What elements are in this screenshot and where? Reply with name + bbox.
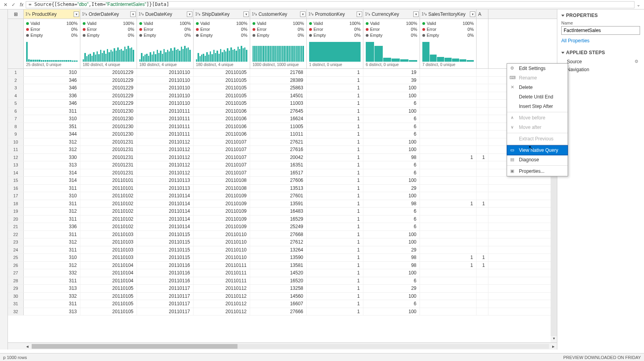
cell[interactable]: 20110115 xyxy=(137,254,194,261)
cell[interactable]: 13264 xyxy=(250,246,307,254)
cell[interactable]: 20110111 xyxy=(137,115,194,123)
cell[interactable]: 11005 xyxy=(250,123,307,130)
table-row[interactable]: 203112011010220110114201101091652916 xyxy=(8,215,557,223)
cell[interactable]: 20101229 xyxy=(80,69,137,76)
cell[interactable]: 1 xyxy=(307,215,363,223)
cell[interactable] xyxy=(420,77,477,84)
cell[interactable] xyxy=(477,231,488,238)
cell[interactable]: 1 xyxy=(477,154,488,161)
column-filter-icon[interactable]: ▾ xyxy=(130,11,136,17)
cell[interactable]: 20101229 xyxy=(80,100,137,107)
row-number[interactable]: 12 xyxy=(8,154,24,161)
table-row[interactable]: 123302010123120110112201101072004219811 xyxy=(8,154,557,162)
cell[interactable]: 20110114 xyxy=(137,223,194,231)
cell[interactable]: 20101231 xyxy=(80,138,137,146)
cell[interactable]: 1 xyxy=(307,277,363,285)
cell[interactable] xyxy=(477,293,488,300)
applied-step[interactable]: ✕Navigation xyxy=(561,66,640,74)
cell[interactable]: 312 xyxy=(24,238,80,246)
cell[interactable]: 330 xyxy=(24,154,80,161)
column-header-duedatekey[interactable]: 1²₃DueDateKey▾ xyxy=(137,9,194,19)
cell[interactable]: 98 xyxy=(363,262,420,269)
cell[interactable]: 1 xyxy=(307,69,363,76)
cell[interactable]: 20110116 xyxy=(137,277,194,285)
cell[interactable]: 20110104 xyxy=(80,269,137,277)
cell[interactable] xyxy=(477,92,488,100)
cell[interactable]: 311 xyxy=(24,215,80,223)
cell[interactable]: 20110111 xyxy=(137,123,194,130)
cell[interactable]: 20110105 xyxy=(80,293,137,300)
cell[interactable]: 20110117 xyxy=(137,308,194,316)
cell[interactable]: 344 xyxy=(24,130,80,138)
cell[interactable]: 20101230 xyxy=(80,108,137,115)
cell[interactable]: 16520 xyxy=(250,277,307,285)
cell[interactable]: 6 xyxy=(363,208,420,215)
cell[interactable]: 13581 xyxy=(250,262,307,269)
cell[interactable]: 20110103 xyxy=(80,231,137,238)
cell[interactable] xyxy=(477,177,488,184)
cell[interactable]: 1 xyxy=(307,138,363,146)
cell[interactable]: 20101231 xyxy=(80,161,137,169)
cell[interactable]: 1 xyxy=(307,100,363,107)
cell[interactable]: 311 xyxy=(24,277,80,285)
cell[interactable]: 20110109 xyxy=(194,200,250,208)
cell[interactable]: 20110102 xyxy=(80,192,137,200)
cell[interactable]: 1 xyxy=(307,269,363,277)
cell[interactable]: 20110105 xyxy=(194,69,250,76)
cell[interactable]: 27645 xyxy=(250,108,307,115)
cell[interactable]: 20110112 xyxy=(194,308,250,316)
cell[interactable]: 346 xyxy=(24,84,80,92)
cell[interactable]: 1 xyxy=(307,308,363,316)
cell[interactable] xyxy=(477,223,488,231)
cell[interactable] xyxy=(477,208,488,215)
cell[interactable] xyxy=(477,146,488,153)
cell[interactable]: 20110103 xyxy=(80,254,137,261)
cell[interactable]: 20110107 xyxy=(194,169,250,177)
row-number[interactable]: 31 xyxy=(8,300,24,308)
cell[interactable]: 1 xyxy=(307,130,363,138)
cell[interactable]: 20110102 xyxy=(80,223,137,231)
cell[interactable]: 27666 xyxy=(250,308,307,316)
cell[interactable]: 6 xyxy=(363,223,420,231)
column-filter-icon[interactable]: ▾ xyxy=(413,11,419,17)
cell[interactable]: 1 xyxy=(307,192,363,200)
cell[interactable] xyxy=(420,69,477,76)
cell[interactable]: 20110112 xyxy=(137,146,194,153)
cell[interactable] xyxy=(477,300,488,308)
cell[interactable]: 1 xyxy=(307,262,363,269)
cell[interactable] xyxy=(477,161,488,169)
cell[interactable]: 20110105 xyxy=(194,84,250,92)
cell[interactable] xyxy=(420,308,477,316)
cell[interactable]: 20110101 xyxy=(80,185,137,192)
row-number[interactable]: 4 xyxy=(8,92,24,100)
table-row[interactable]: 6311201012302011011120110106276451100 xyxy=(8,108,557,115)
cell[interactable]: 20110104 xyxy=(80,262,137,269)
cell[interactable]: 332 xyxy=(24,293,80,300)
cell[interactable] xyxy=(420,215,477,223)
cell[interactable]: 20101230 xyxy=(80,115,137,123)
scroll-down-icon[interactable]: ▾ xyxy=(551,336,557,342)
cell[interactable] xyxy=(477,123,488,130)
column-header-partial[interactable]: A xyxy=(477,9,488,19)
cell[interactable]: 13513 xyxy=(250,185,307,192)
cell[interactable] xyxy=(420,231,477,238)
cell[interactable] xyxy=(477,108,488,115)
table-row[interactable]: 83512010123020110111201101061100516 xyxy=(8,123,557,131)
table-row[interactable]: 17310201101022011011420110109276011100 xyxy=(8,192,557,200)
scroll-right-icon[interactable]: ▸ xyxy=(550,344,557,349)
cell[interactable]: 20110110 xyxy=(137,69,194,76)
cell[interactable]: 313 xyxy=(24,161,80,169)
table-row[interactable]: 27332201101042011011620110111145201100 xyxy=(8,269,557,277)
cell[interactable]: 1 xyxy=(307,238,363,246)
horizontal-scrollbar[interactable]: ◂ ▸ xyxy=(8,342,557,350)
cell[interactable]: 20110113 xyxy=(137,185,194,192)
table-row[interactable]: 53462010122920110110201101051100316 xyxy=(8,100,557,108)
column-filter-icon[interactable]: ▾ xyxy=(243,11,249,17)
cell[interactable]: 346 xyxy=(24,100,80,107)
cell[interactable]: 6 xyxy=(363,215,420,223)
cell[interactable]: 25863 xyxy=(250,84,307,92)
cell[interactable]: 1 xyxy=(420,262,477,269)
cell[interactable]: 100 xyxy=(363,84,420,92)
cell[interactable]: 6 xyxy=(363,277,420,285)
row-number[interactable]: 26 xyxy=(8,262,24,269)
